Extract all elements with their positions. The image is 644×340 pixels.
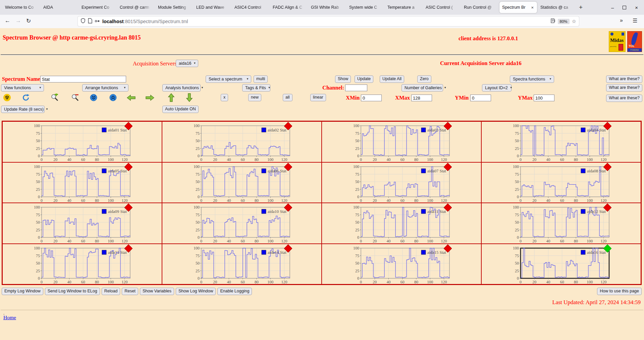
enable-logging-button[interactable]: Enable Logging: [217, 288, 252, 295]
spectrum-cell[interactable]: 0255075100020406080100120aida06 Stat: [162, 162, 322, 203]
refresh-icon[interactable]: [21, 93, 30, 102]
browser-tab[interactable]: Run Control @: [461, 2, 499, 13]
browser-tab[interactable]: LED and Wave: [194, 2, 231, 13]
spectrum-cell[interactable]: 0255075100020406080100120aida12 Stat: [481, 203, 641, 244]
url-bar[interactable]: localhost:8015/Spectrum/Spectrum.tml 80%…: [78, 16, 579, 26]
browser-tab[interactable]: GSI White Rab: [308, 2, 346, 13]
spectrum-cell[interactable]: 0255075100020406080100120aida08 Stat: [481, 162, 641, 203]
multi-button[interactable]: multi: [254, 75, 268, 83]
what-are-these-button[interactable]: What are these?: [606, 95, 642, 102]
browser-tab[interactable]: Welcome to Co: [2, 2, 40, 13]
spectrum-chart-aida10[interactable]: 0255075100020406080100120aida10 Stat: [191, 205, 293, 244]
reload-button[interactable]: Reload: [102, 288, 120, 295]
view-functions-dropdown[interactable]: View functions▼: [1, 84, 44, 92]
spectrum-chart-aida14[interactable]: 0255075100020406080100120aida14 Stat: [191, 246, 293, 285]
shield-icon[interactable]: [80, 18, 86, 25]
spectrum-cell[interactable]: 0255075100020406080100120aida04 Stat: [481, 121, 641, 162]
spectrum-cell[interactable]: 0255075100020406080100120aida13 Stat: [2, 244, 162, 285]
site-permissions-icon[interactable]: [95, 18, 100, 24]
spectrum-cell[interactable]: 0255075100020406080100120aida03 Stat: [322, 121, 481, 162]
number-of-galleries-dropdown[interactable]: Number of Galleries▼: [401, 84, 443, 92]
browser-tab-active[interactable]: Spectrum Br×: [499, 2, 537, 13]
zoom-in-icon[interactable]: [50, 93, 59, 102]
layout-id-dropdown[interactable]: Layout ID=2▼: [482, 84, 512, 92]
browser-tab[interactable]: Temperature a: [385, 2, 422, 13]
zoom-level-badge[interactable]: 80%: [558, 19, 570, 24]
browser-tab[interactable]: ASIC4 Control: [232, 2, 269, 13]
spectrum-cell[interactable]: 0255075100020406080100120aida16 Stat: [481, 244, 641, 285]
reset-button[interactable]: Reset: [122, 288, 138, 295]
show-variables-button[interactable]: Show Variables: [140, 288, 174, 295]
spectrum-cell[interactable]: 0255075100020406080100120aida01 Stat: [2, 121, 162, 162]
window-maximize-button[interactable]: [623, 6, 626, 9]
ymax-input[interactable]: [534, 95, 554, 101]
what-are-these-button[interactable]: What are these?: [606, 75, 642, 83]
spectrum-chart-aida11[interactable]: 0255075100020406080100120aida11 Stat: [350, 205, 452, 244]
spectrum-chart-aida04[interactable]: 0255075100020406080100120aida04 Stat: [510, 124, 612, 163]
update-all-button[interactable]: Update All: [380, 75, 404, 83]
arrange-functions-dropdown[interactable]: Arrange functions▼: [82, 84, 128, 92]
send-log-window-to-elog-button[interactable]: Send Log Window to ELog: [45, 288, 100, 295]
spectrum-cell[interactable]: 0255075100020406080100120aida02 Stat: [162, 121, 322, 162]
auto-update-button[interactable]: Auto Update ON: [162, 106, 199, 113]
spectrum-cell[interactable]: 0255075100020406080100120aida05 Stat: [2, 162, 162, 203]
spectrum-chart-aida15[interactable]: 0255075100020406080100120aida15 Stat: [350, 246, 452, 285]
spectrum-chart-aida09[interactable]: 0255075100020406080100120aida09 Stat: [31, 205, 133, 244]
browser-tab[interactable]: ASIC Control (: [423, 2, 461, 13]
xmin-input[interactable]: [361, 95, 382, 101]
browser-tab[interactable]: FADC Align & C: [270, 2, 308, 13]
spectrum-cell[interactable]: 0255075100020406080100120aida11 Stat: [322, 203, 481, 244]
zoom-out-icon[interactable]: [71, 93, 79, 102]
new-button[interactable]: new: [248, 94, 261, 101]
tab-close-icon[interactable]: ×: [530, 5, 534, 10]
tags-fits-dropdown[interactable]: Tags & Fits▼: [242, 84, 270, 92]
linear-button[interactable]: linear: [310, 94, 326, 101]
collapse-down-icon[interactable]: [89, 93, 98, 102]
spectrum-cell[interactable]: 0255075100020406080100120aida09 Stat: [2, 203, 162, 244]
spectrum-chart-aida07[interactable]: 0255075100020406080100120aida07 Stat: [350, 165, 452, 204]
window-close-button[interactable]: ×: [635, 5, 638, 10]
home-link[interactable]: Home: [3, 315, 16, 321]
browser-tab[interactable]: Control @ carm: [117, 2, 155, 13]
what-are-these-button[interactable]: What are these?: [606, 84, 642, 92]
reader-mode-icon[interactable]: [551, 18, 555, 24]
spectrum-chart-aida01[interactable]: 0255075100020406080100120aida01 Stat: [31, 124, 133, 163]
spectrum-cell[interactable]: 0255075100020406080100120aida15 Stat: [322, 244, 481, 285]
spectrum-cell[interactable]: 0255075100020406080100120aida10 Stat: [162, 203, 322, 244]
zero-button[interactable]: Zero: [417, 75, 431, 83]
spectrum-chart-aida05[interactable]: 0255075100020406080100120aida05 Stat: [31, 165, 133, 204]
how-to-use-button[interactable]: How to use this page: [597, 288, 642, 295]
site-info-icon[interactable]: [88, 18, 92, 25]
show-log-window-button[interactable]: Show Log Window: [176, 288, 216, 295]
spectrum-chart-aida13[interactable]: 0255075100020406080100120aida13 Stat: [31, 246, 133, 285]
browser-tab[interactable]: Experiment Co: [79, 2, 116, 13]
show-button[interactable]: Show: [335, 75, 351, 83]
spectrum-chart-aida03[interactable]: 0255075100020406080100120aida03 Stat: [350, 124, 452, 163]
arrow-up-icon[interactable]: [167, 93, 175, 102]
spectrum-chart-aida06[interactable]: 0255075100020406080100120aida06 Stat: [191, 165, 293, 204]
back-icon[interactable]: ←: [5, 17, 10, 24]
arrow-right-icon[interactable]: [146, 93, 154, 102]
update-button[interactable]: Update: [355, 75, 373, 83]
acquisition-server-select[interactable]: aida16▼: [176, 60, 198, 67]
analysis-functions-dropdown[interactable]: Analysis functions▼: [162, 84, 201, 92]
window-minimize-button[interactable]: –: [611, 5, 614, 10]
update-rate-dropdown[interactable]: Update Rate (8 secs)▼: [1, 106, 45, 113]
reload-icon[interactable]: ↻: [26, 17, 31, 24]
ymin-input[interactable]: [470, 95, 491, 101]
x-button[interactable]: x: [221, 94, 228, 101]
spectrum-cell[interactable]: 0255075100020406080100120aida14 Stat: [162, 244, 322, 285]
spectra-functions-dropdown[interactable]: Spectra functions▼: [510, 75, 554, 83]
hamburger-menu-icon[interactable]: ☰: [633, 17, 637, 24]
channel-input[interactable]: [345, 84, 367, 91]
new-tab-button[interactable]: +: [576, 4, 586, 11]
browser-tab[interactable]: System wide C: [346, 2, 384, 13]
all-button[interactable]: all: [283, 94, 292, 101]
arrow-down-icon[interactable]: [185, 93, 194, 102]
radiation-icon[interactable]: ☢: [3, 93, 11, 102]
spectrum-chart-aida08[interactable]: 0255075100020406080100120aida08 Stat: [510, 165, 612, 204]
browser-tab[interactable]: AIDA: [41, 2, 78, 13]
empty-log-window-button[interactable]: Empty Log Window: [2, 288, 43, 295]
forward-icon[interactable]: →: [15, 17, 21, 24]
spectrum-chart-aida12[interactable]: 0255075100020406080100120aida12 Stat: [510, 205, 612, 244]
